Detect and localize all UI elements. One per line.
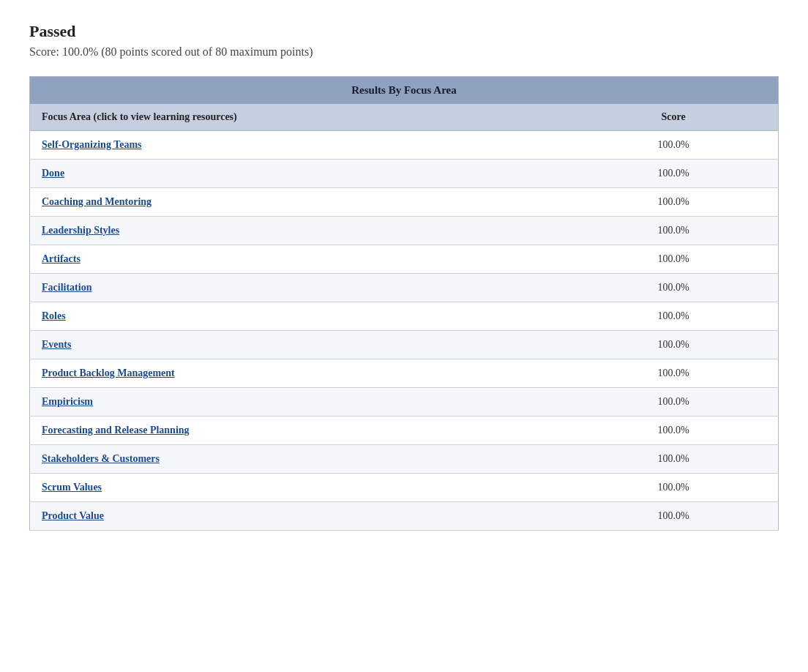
table-row: Roles100.0% [30, 302, 779, 331]
score-cell: 100.0% [569, 445, 778, 474]
focus-area-link[interactable]: Product Backlog Management [42, 367, 175, 378]
focus-area-link[interactable]: Leadership Styles [42, 225, 119, 236]
score-cell: 100.0% [569, 217, 778, 245]
score-cell: 100.0% [569, 417, 778, 445]
score-cell: 100.0% [569, 388, 778, 417]
focus-area-link[interactable]: Events [42, 339, 71, 350]
table-header-row: Focus Area (click to view learning resou… [30, 104, 779, 131]
score-cell: 100.0% [569, 502, 778, 531]
table-title-row: Results By Focus Area [30, 77, 779, 105]
focus-area-link[interactable]: Self-Organizing Teams [42, 139, 142, 150]
page-container: Passed Score: 100.0% (80 points scored o… [29, 22, 779, 531]
focus-area-cell: Roles [30, 302, 569, 331]
focus-area-cell: Coaching and Mentoring [30, 188, 569, 217]
col-header-focus-area: Focus Area (click to view learning resou… [30, 104, 569, 131]
score-line: Score: 100.0% (80 points scored out of 8… [29, 45, 779, 59]
focus-area-cell: Artifacts [30, 245, 569, 274]
score-cell: 100.0% [569, 331, 778, 359]
table-title: Results By Focus Area [30, 77, 779, 105]
focus-area-link[interactable]: Coaching and Mentoring [42, 196, 152, 207]
status-title: Passed [29, 22, 779, 41]
focus-area-link[interactable]: Done [42, 168, 64, 179]
focus-area-link[interactable]: Product Value [42, 510, 104, 521]
table-body: Self-Organizing Teams100.0%Done100.0%Coa… [30, 131, 779, 531]
table-row: Done100.0% [30, 160, 779, 188]
focus-area-link[interactable]: Roles [42, 310, 66, 321]
col-header-score: Score [569, 104, 778, 131]
score-cell: 100.0% [569, 302, 778, 331]
score-cell: 100.0% [569, 245, 778, 274]
focus-area-cell: Leadership Styles [30, 217, 569, 245]
focus-area-cell: Done [30, 160, 569, 188]
score-cell: 100.0% [569, 274, 778, 302]
focus-area-cell: Facilitation [30, 274, 569, 302]
table-row: Facilitation100.0% [30, 274, 779, 302]
focus-area-cell: Events [30, 331, 569, 359]
focus-area-cell: Self-Organizing Teams [30, 131, 569, 160]
table-row: Artifacts100.0% [30, 245, 779, 274]
focus-area-link[interactable]: Empiricism [42, 396, 93, 407]
table-row: Coaching and Mentoring100.0% [30, 188, 779, 217]
focus-area-link[interactable]: Facilitation [42, 282, 91, 293]
table-row: Events100.0% [30, 331, 779, 359]
score-cell: 100.0% [569, 160, 778, 188]
table-row: Scrum Values100.0% [30, 474, 779, 502]
score-cell: 100.0% [569, 188, 778, 217]
table-row: Product Value100.0% [30, 502, 779, 531]
focus-area-link[interactable]: Forecasting and Release Planning [42, 425, 190, 436]
table-row: Forecasting and Release Planning100.0% [30, 417, 779, 445]
focus-area-cell: Product Value [30, 502, 569, 531]
focus-area-cell: Scrum Values [30, 474, 569, 502]
score-cell: 100.0% [569, 474, 778, 502]
focus-area-cell: Forecasting and Release Planning [30, 417, 569, 445]
table-row: Self-Organizing Teams100.0% [30, 131, 779, 160]
table-row: Leadership Styles100.0% [30, 217, 779, 245]
focus-area-cell: Product Backlog Management [30, 359, 569, 388]
focus-area-link[interactable]: Artifacts [42, 253, 81, 264]
results-table: Results By Focus Area Focus Area (click … [29, 76, 779, 531]
score-cell: 100.0% [569, 359, 778, 388]
score-cell: 100.0% [569, 131, 778, 160]
table-row: Product Backlog Management100.0% [30, 359, 779, 388]
focus-area-link[interactable]: Scrum Values [42, 482, 102, 493]
table-row: Stakeholders & Customers100.0% [30, 445, 779, 474]
focus-area-link[interactable]: Stakeholders & Customers [42, 453, 160, 464]
focus-area-cell: Empiricism [30, 388, 569, 417]
table-row: Empiricism100.0% [30, 388, 779, 417]
focus-area-cell: Stakeholders & Customers [30, 445, 569, 474]
